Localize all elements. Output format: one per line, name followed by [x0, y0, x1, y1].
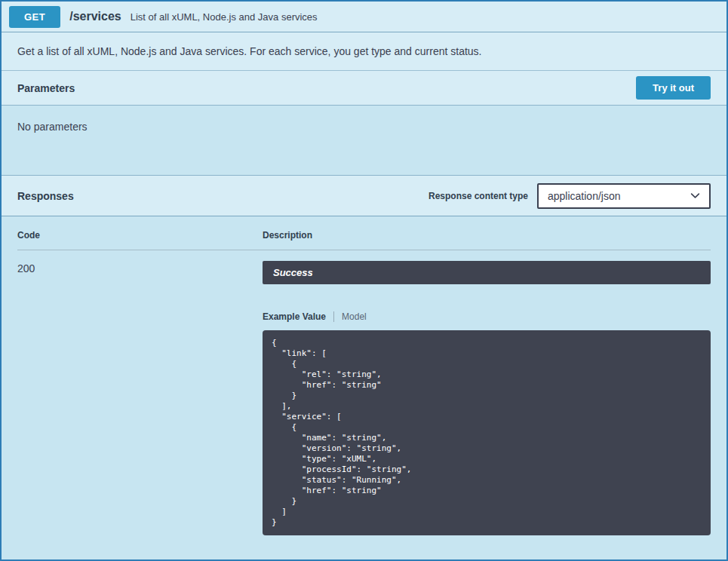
tab-example-value[interactable]: Example Value — [263, 311, 326, 322]
response-row: 200 Success Example Value Model { "link"… — [17, 261, 711, 535]
response-description: Success — [263, 261, 711, 284]
response-content-type-select[interactable]: application/json — [537, 183, 711, 209]
http-method-badge: GET — [9, 6, 60, 28]
chevron-down-icon — [690, 191, 700, 201]
responses-title: Responses — [17, 190, 74, 202]
endpoint-description: Get a list of all xUML, Node.js and Java… — [2, 32, 726, 71]
response-code: 200 — [17, 261, 263, 535]
endpoint-summary: List of all xUML, Node.js and Java servi… — [131, 11, 318, 23]
no-parameters-text: No parameters — [17, 121, 711, 133]
example-model-tabs: Example Value Model — [263, 311, 711, 322]
operation-header[interactable]: GET /services List of all xUML, Node.js … — [2, 2, 726, 32]
responses-table-header: Code Description — [17, 230, 711, 250]
description-column-header: Description — [263, 230, 711, 241]
example-json-block: { "link": [ { "rel": "string", "href": "… — [263, 330, 711, 535]
responses-section-header: Responses Response content type applicat… — [2, 175, 726, 216]
endpoint-path: /services — [69, 10, 121, 23]
responses-body: Code Description 200 Success Example Val… — [2, 216, 726, 559]
swagger-operation-panel: GET /services List of all xUML, Node.js … — [0, 0, 728, 561]
try-it-out-button[interactable]: Try it out — [636, 76, 711, 100]
parameters-section-header: Parameters Try it out — [2, 71, 726, 106]
response-description-cell: Success Example Value Model { "link": [ … — [263, 261, 711, 535]
code-column-header: Code — [17, 230, 263, 241]
parameters-body: No parameters — [2, 106, 726, 175]
selected-content-type: application/json — [548, 190, 621, 202]
response-content-type-label: Response content type — [429, 191, 528, 201]
tab-model[interactable]: Model — [333, 311, 367, 322]
parameters-title: Parameters — [17, 82, 75, 94]
response-content-type-wrap: Response content type application/json — [429, 183, 711, 209]
